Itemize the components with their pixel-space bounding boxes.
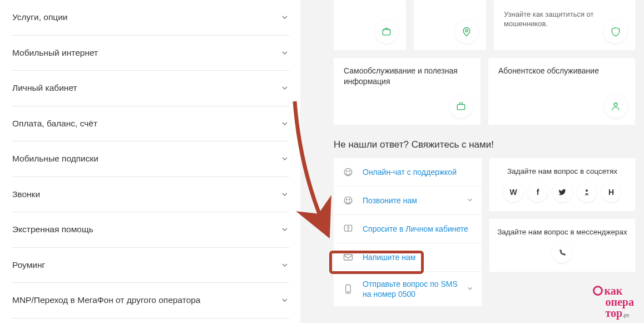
accordion-label: Мобильные подписки bbox=[12, 154, 98, 164]
help-card[interactable] bbox=[334, 0, 406, 50]
card-title: Абонентское обслуживание bbox=[498, 66, 626, 76]
accordion-label: Услуги, опции bbox=[12, 12, 68, 22]
accordion-item[interactable]: Роуминг bbox=[12, 248, 289, 283]
accordion-item[interactable]: Оплата, баланс, счёт bbox=[12, 106, 289, 142]
card-title: Самообслуживание и полезная информация bbox=[344, 66, 472, 87]
question-icon bbox=[341, 222, 355, 236]
svg-point-6 bbox=[349, 171, 350, 172]
ok-icon[interactable] bbox=[577, 182, 597, 202]
accordion-label: Звонки bbox=[12, 189, 40, 199]
headset-icon bbox=[341, 165, 355, 179]
svg-point-15 bbox=[586, 189, 588, 192]
social-title: Задайте нам вопрос в соцсетях bbox=[497, 167, 627, 175]
accordion-item[interactable]: Мобильные подписки bbox=[12, 141, 289, 177]
accordion-label: Оплата, баланс, счёт bbox=[12, 119, 97, 129]
messenger-icons bbox=[497, 243, 627, 263]
wallet-icon bbox=[375, 20, 398, 43]
chevron-down-icon bbox=[280, 48, 289, 57]
accordion-label: MNP/Переход в МегаФон от другого операто… bbox=[12, 295, 201, 305]
accordion-label: Мобильный интернет bbox=[12, 48, 98, 58]
help-card-subscriber[interactable]: Абонентское обслуживание bbox=[488, 58, 635, 125]
chevron-down-icon bbox=[466, 285, 474, 294]
svg-point-11 bbox=[348, 229, 349, 230]
accordion-item[interactable]: Услуги, опции bbox=[12, 0, 289, 36]
contact-list: Онлайн-чат с поддержкой Позвоните нам Сп… bbox=[334, 158, 482, 306]
svg-point-1 bbox=[465, 30, 468, 32]
top-cards-row: Узнайте как защититься от мошенников. bbox=[334, 0, 635, 50]
accordion-item[interactable]: Экстренная помощь bbox=[12, 212, 289, 248]
chevron-down-icon bbox=[466, 196, 474, 205]
help-card[interactable] bbox=[414, 0, 486, 50]
habr-icon[interactable]: H bbox=[601, 182, 621, 202]
messengers-box: Задайте нам вопрос в мессенджерах bbox=[489, 219, 635, 272]
contact-label: Отправьте вопрос по SMS на номер 0500 bbox=[363, 279, 466, 299]
user-icon bbox=[604, 95, 627, 118]
headset-icon bbox=[341, 194, 355, 207]
contacts-heading: Не нашли ответ? Свяжитесь с нами! bbox=[334, 139, 635, 150]
chevron-down-icon bbox=[280, 261, 289, 270]
social-icons: W f H bbox=[497, 182, 627, 202]
accordion-sidebar: Услуги, опции Мобильный интернет Личный … bbox=[0, 0, 300, 323]
chevron-down-icon bbox=[280, 84, 289, 92]
help-card-selfservice[interactable]: Самообслуживание и полезная информация bbox=[334, 58, 480, 125]
accordion-item[interactable]: Мобильный интернет bbox=[12, 36, 289, 71]
svg-point-14 bbox=[348, 291, 349, 292]
mid-cards-row: Самообслуживание и полезная информация А… bbox=[334, 58, 635, 125]
vk-icon[interactable]: W bbox=[503, 182, 523, 202]
accordion-item[interactable]: Звонки bbox=[12, 177, 289, 213]
contact-sms[interactable]: Отправьте вопрос по SMS на номер 0500 bbox=[334, 272, 482, 306]
chevron-down-icon bbox=[280, 225, 289, 234]
briefcase-icon bbox=[449, 95, 473, 118]
shield-icon bbox=[604, 20, 627, 43]
map-pin-icon bbox=[455, 20, 478, 43]
contact-label: Спросите в Личном кабинете bbox=[363, 224, 474, 234]
contact-label: Напишите нам bbox=[363, 252, 474, 262]
twitter-icon[interactable] bbox=[552, 182, 572, 202]
accordion-label: Экстренная помощь bbox=[12, 224, 93, 234]
help-card-fraud[interactable]: Узнайте как защититься от мошенников. bbox=[494, 0, 635, 50]
accordion-label: Роуминг bbox=[12, 260, 45, 270]
svg-rect-0 bbox=[383, 30, 390, 35]
contact-label: Онлайн-чат с поддержкой bbox=[363, 167, 474, 177]
contacts-wrap: Онлайн-чат с поддержкой Позвоните нам Сп… bbox=[334, 158, 635, 306]
phone-icon bbox=[341, 282, 355, 296]
svg-point-8 bbox=[346, 199, 348, 200]
svg-rect-12 bbox=[344, 255, 353, 260]
chevron-down-icon bbox=[280, 154, 289, 163]
chevron-down-icon bbox=[280, 190, 289, 199]
contact-label: Позвоните нам bbox=[363, 195, 466, 205]
accordion-item[interactable]: Личный кабинет bbox=[12, 71, 289, 106]
chevron-down-icon bbox=[280, 296, 289, 305]
viber-icon[interactable] bbox=[552, 243, 572, 263]
mail-icon bbox=[341, 251, 355, 264]
contact-online-chat[interactable]: Онлайн-чат с поддержкой bbox=[334, 158, 482, 187]
chevron-down-icon bbox=[280, 119, 289, 128]
accordion-label: Личный кабинет bbox=[12, 83, 77, 93]
contact-write-us[interactable]: Напишите нам bbox=[334, 243, 482, 272]
facebook-icon[interactable]: f bbox=[528, 182, 548, 202]
svg-point-3 bbox=[614, 103, 617, 106]
watermark: как опера тор.ру bbox=[593, 285, 634, 319]
svg-point-5 bbox=[346, 171, 348, 172]
contact-ask-cabinet[interactable]: Спросите в Личном кабинете bbox=[334, 215, 482, 243]
svg-rect-2 bbox=[457, 105, 464, 110]
messengers-title: Задайте нам вопрос в мессенджерах bbox=[497, 228, 627, 236]
chevron-down-icon bbox=[280, 13, 289, 22]
accordion-item[interactable]: MNP/Переход в МегаФон от другого операто… bbox=[12, 283, 289, 319]
contact-call-us[interactable]: Позвоните нам bbox=[334, 187, 482, 215]
svg-point-9 bbox=[349, 199, 350, 200]
right-panel: Узнайте как защититься от мошенников. Са… bbox=[300, 0, 644, 323]
social-networks-box: Задайте нам вопрос в соцсетях W f H bbox=[489, 158, 635, 211]
